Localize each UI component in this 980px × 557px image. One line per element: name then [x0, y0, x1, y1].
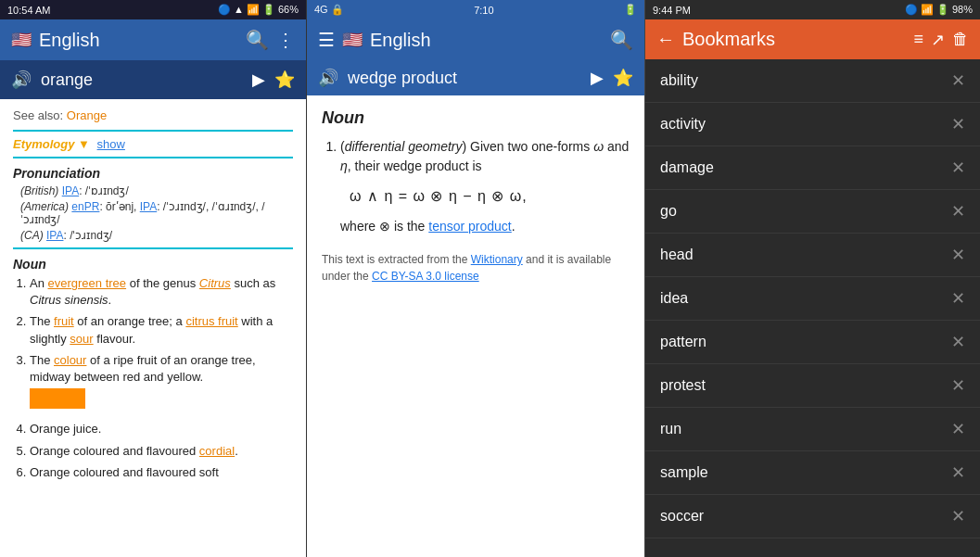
see-also: See also: Orange — [13, 108, 293, 122]
word-bar-panel1: 🔊 orange ▶ ⭐ — [0, 60, 306, 99]
link-evergreen[interactable]: evergreen tree — [48, 276, 127, 290]
panel2-wrapper: 4G 🔒 7:10 🔋 ☰ 🇺🇸 English 🔍 🔊 wedge produ… — [306, 0, 644, 557]
wiktionary-link[interactable]: Wiktionary — [471, 253, 523, 266]
word-panel1: orange — [41, 70, 243, 90]
bookmark-item[interactable]: head✕ — [645, 234, 980, 277]
bookmark-list: ability✕activity✕damage✕go✕head✕idea✕pat… — [645, 59, 980, 557]
bookmark-item[interactable]: go✕ — [645, 190, 980, 234]
bookmark-item[interactable]: activity✕ — [645, 103, 980, 146]
menu-icon-panel1[interactable]: ⋮ — [276, 29, 295, 51]
cc-license-link[interactable]: CC BY-SA 3.0 license — [372, 270, 479, 283]
status-bar-panel2: 4G 🔒 7:10 🔋 — [307, 0, 644, 19]
bookmark-close-icon[interactable]: ✕ — [951, 70, 965, 91]
noun-def-4: Orange juice. — [30, 421, 293, 437]
noun-def-1: An evergreen tree of the genus Citrus su… — [30, 275, 293, 309]
header-panel1: 🇺🇸 English 🔍 ⋮ — [0, 19, 306, 60]
divider-noun — [13, 247, 293, 249]
bookmark-item[interactable]: soccer✕ — [645, 495, 980, 538]
bookmark-item[interactable]: protest✕ — [645, 364, 980, 408]
star-icon-panel2[interactable]: ⭐ — [613, 68, 633, 88]
noun-title-panel1: Noun — [13, 257, 293, 272]
header-panel2: ☰ 🇺🇸 English 🔍 — [307, 19, 644, 60]
pron-british: (British) IPA: /ˈɒɹɪndʒ/ — [20, 184, 293, 197]
flag-icon-panel2: 🇺🇸 — [342, 30, 363, 50]
panel-bookmarks: 9:44 PM 🔵 📶 🔋 98% ← Bookmarks ≡ ↗ 🗑 abil… — [644, 0, 980, 557]
bookmark-label: sample — [660, 464, 951, 481]
pronunciation-list: (British) IPA: /ˈɒɹɪndʒ/ (America) enPR:… — [13, 184, 293, 242]
bookmark-label: run — [660, 421, 951, 437]
bookmark-item[interactable]: run✕ — [645, 408, 980, 451]
bookmark-label: protest — [660, 377, 951, 394]
header-title-panel1: English — [39, 30, 238, 51]
bookmark-close-icon[interactable]: ✕ — [951, 201, 965, 222]
link-citrus[interactable]: Citrus — [199, 276, 231, 290]
noun-def-2: The fruit of an orange tree; a citrus fr… — [30, 313, 293, 347]
definition-list-panel2: (differential geometry) Given two one-fo… — [322, 137, 630, 236]
divider-pronunciation — [13, 157, 293, 158]
play-icon-panel2[interactable]: ▶ — [591, 68, 604, 88]
pronunciation-title: Pronunciation — [13, 166, 293, 181]
hamburger-icon[interactable]: ☰ — [318, 29, 335, 51]
status-time-panel2: 7:10 — [474, 5, 493, 16]
bookmark-label: damage — [660, 159, 951, 176]
panel-orange-dictionary: 10:54 AM 🔵 ▲ 📶 🔋 66% 🇺🇸 English 🔍 ⋮ 🔊 or… — [0, 0, 306, 557]
footer-text: This text is extracted from the Wiktiona… — [322, 251, 630, 285]
star-icon-panel1[interactable]: ⭐ — [274, 70, 295, 90]
bookmark-close-icon[interactable]: ✕ — [951, 288, 965, 309]
etymology-section: Etymology ▼ show — [13, 137, 293, 151]
flag-icon: 🇺🇸 — [11, 30, 32, 50]
bookmark-item[interactable]: ability✕ — [645, 59, 980, 103]
bookmark-close-icon[interactable]: ✕ — [951, 332, 965, 352]
orange-color-swatch — [30, 388, 85, 409]
link-sour[interactable]: sour — [70, 332, 93, 346]
link-fruit[interactable]: fruit — [54, 314, 74, 328]
bookmark-label: go — [660, 203, 951, 220]
bookmark-item[interactable]: sample✕ — [645, 451, 980, 495]
tensor-product-link[interactable]: tensor product — [428, 219, 512, 234]
status-bar-panel1: 10:54 AM 🔵 ▲ 📶 🔋 66% — [0, 0, 306, 19]
link-cordial[interactable]: cordial — [199, 444, 235, 458]
play-icon-panel1[interactable]: ▶ — [252, 70, 265, 90]
see-also-link[interactable]: Orange — [67, 108, 107, 122]
header-title-panel3: Bookmarks — [682, 29, 906, 50]
bookmark-close-icon[interactable]: ✕ — [951, 158, 965, 178]
link-colour[interactable]: colour — [54, 353, 86, 367]
bookmark-item[interactable]: damage✕ — [645, 146, 980, 190]
divider-etymology — [13, 130, 293, 132]
status-time-panel1: 10:54 AM — [7, 5, 50, 16]
bookmark-label: ability — [660, 72, 951, 89]
bookmark-item[interactable]: pattern✕ — [645, 321, 980, 364]
speaker-icon-panel1[interactable]: 🔊 — [11, 70, 32, 90]
bookmark-label: soccer — [660, 508, 951, 525]
delete-icon[interactable]: 🗑 — [952, 30, 969, 49]
bookmark-label: idea — [660, 290, 951, 307]
noun-def-6: Orange coloured and flavoured soft — [30, 464, 293, 481]
status-icons-panel3: 🔵 📶 🔋 98% — [905, 4, 973, 16]
bookmark-close-icon[interactable]: ✕ — [951, 114, 965, 134]
bookmark-close-icon[interactable]: ✕ — [951, 375, 965, 396]
bookmark-close-icon[interactable]: ✕ — [951, 245, 965, 265]
back-icon[interactable]: ← — [656, 29, 675, 50]
header-panel3: ← Bookmarks ≡ ↗ 🗑 — [645, 19, 980, 59]
header-title-panel2: English — [370, 30, 603, 51]
word-panel2: wedge product — [348, 69, 581, 88]
bookmark-label: head — [660, 247, 951, 263]
bookmark-label: pattern — [660, 334, 951, 350]
link-citrus-fruit[interactable]: citrus fruit — [185, 314, 237, 328]
speaker-icon-panel2[interactable]: 🔊 — [318, 68, 338, 88]
bookmark-item[interactable]: idea✕ — [645, 277, 980, 321]
sort-icon[interactable]: ≡ — [913, 30, 923, 49]
bookmark-close-icon[interactable]: ✕ — [951, 419, 965, 439]
bookmark-close-icon[interactable]: ✕ — [951, 462, 965, 483]
bookmark-close-icon[interactable]: ✕ — [951, 506, 965, 526]
pos-title-panel2: Noun — [322, 108, 630, 128]
search-icon-panel1[interactable]: 🔍 — [246, 29, 269, 51]
content-panel1: See also: Orange Etymology ▼ show Pronun… — [0, 99, 306, 557]
pron-america: (America) enPR: ŏrʹənj, IPA: /ˈɔɹɪndʒ/, … — [20, 200, 293, 226]
search-icon-panel2[interactable]: 🔍 — [610, 29, 633, 51]
status-bar-panel3: 9:44 PM 🔵 📶 🔋 98% — [645, 0, 980, 19]
etymology-show-link[interactable]: show — [97, 137, 125, 151]
math-formula: ω ∧ η = ω ⊗ η − η ⊗ ω, — [340, 185, 630, 208]
word-bar-panel2: 🔊 wedge product ▶ ⭐ — [307, 60, 644, 95]
share-icon[interactable]: ↗ — [931, 30, 945, 50]
